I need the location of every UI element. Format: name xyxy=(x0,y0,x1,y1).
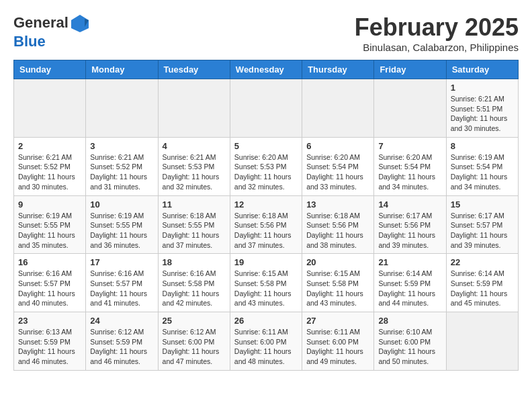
calendar-cell: 28Sunrise: 6:10 AM Sunset: 6:00 PM Dayli… xyxy=(374,312,446,371)
day-number: 21 xyxy=(378,257,441,267)
calendar-week-1: 1Sunrise: 6:21 AM Sunset: 5:51 PM Daylig… xyxy=(14,79,519,138)
day-info: Sunrise: 6:15 AM Sunset: 5:58 PM Dayligh… xyxy=(234,269,298,308)
calendar-cell xyxy=(302,79,374,138)
day-info: Sunrise: 6:16 AM Sunset: 5:58 PM Dayligh… xyxy=(163,269,226,308)
col-friday: Friday xyxy=(374,60,446,79)
col-sunday: Sunday xyxy=(14,60,86,79)
logo-text: General Blue xyxy=(13,13,90,50)
calendar-cell: 2Sunrise: 6:21 AM Sunset: 5:52 PM Daylig… xyxy=(14,137,86,195)
day-info: Sunrise: 6:18 AM Sunset: 5:55 PM Dayligh… xyxy=(163,211,226,250)
day-info: Sunrise: 6:11 AM Sunset: 6:00 PM Dayligh… xyxy=(234,327,298,367)
calendar-cell: 26Sunrise: 6:11 AM Sunset: 6:00 PM Dayli… xyxy=(230,312,302,371)
day-info: Sunrise: 6:18 AM Sunset: 5:56 PM Dayligh… xyxy=(306,211,369,250)
day-number: 22 xyxy=(451,257,514,267)
col-monday: Monday xyxy=(86,60,158,79)
calendar-cell: 21Sunrise: 6:14 AM Sunset: 5:59 PM Dayli… xyxy=(374,254,446,312)
day-info: Sunrise: 6:14 AM Sunset: 5:59 PM Dayligh… xyxy=(451,269,514,308)
calendar-week-3: 9Sunrise: 6:19 AM Sunset: 5:55 PM Daylig… xyxy=(14,195,519,254)
calendar-cell: 18Sunrise: 6:16 AM Sunset: 5:58 PM Dayli… xyxy=(158,254,230,312)
day-number: 23 xyxy=(18,316,81,326)
calendar-cell: 17Sunrise: 6:16 AM Sunset: 5:57 PM Dayli… xyxy=(86,254,158,312)
day-number: 19 xyxy=(234,257,298,267)
day-info: Sunrise: 6:20 AM Sunset: 5:54 PM Dayligh… xyxy=(378,152,441,192)
day-number: 12 xyxy=(234,199,298,210)
day-info: Sunrise: 6:13 AM Sunset: 5:59 PM Dayligh… xyxy=(18,327,81,367)
day-info: Sunrise: 6:11 AM Sunset: 6:00 PM Dayligh… xyxy=(306,327,369,367)
calendar-cell: 10Sunrise: 6:19 AM Sunset: 5:55 PM Dayli… xyxy=(86,195,158,254)
calendar-cell: 1Sunrise: 6:21 AM Sunset: 5:51 PM Daylig… xyxy=(446,79,518,138)
location: Binulasan, Calabarzon, Philippines xyxy=(355,42,519,53)
day-number: 27 xyxy=(306,316,369,326)
day-info: Sunrise: 6:12 AM Sunset: 6:00 PM Dayligh… xyxy=(163,327,226,367)
calendar-cell: 6Sunrise: 6:20 AM Sunset: 5:54 PM Daylig… xyxy=(302,137,374,195)
calendar-cell: 27Sunrise: 6:11 AM Sunset: 6:00 PM Dayli… xyxy=(302,312,374,371)
day-info: Sunrise: 6:19 AM Sunset: 5:55 PM Dayligh… xyxy=(90,211,153,250)
day-info: Sunrise: 6:18 AM Sunset: 5:56 PM Dayligh… xyxy=(234,211,298,250)
day-info: Sunrise: 6:21 AM Sunset: 5:51 PM Dayligh… xyxy=(451,94,514,134)
day-number: 4 xyxy=(163,141,226,151)
day-info: Sunrise: 6:21 AM Sunset: 5:52 PM Dayligh… xyxy=(18,152,81,192)
day-number: 14 xyxy=(378,199,441,210)
day-number: 2 xyxy=(18,141,81,151)
calendar-cell: 12Sunrise: 6:18 AM Sunset: 5:56 PM Dayli… xyxy=(230,195,302,254)
day-number: 7 xyxy=(378,141,441,151)
day-info: Sunrise: 6:19 AM Sunset: 5:54 PM Dayligh… xyxy=(451,152,514,192)
calendar-cell: 11Sunrise: 6:18 AM Sunset: 5:55 PM Dayli… xyxy=(158,195,230,254)
calendar-cell: 15Sunrise: 6:17 AM Sunset: 5:57 PM Dayli… xyxy=(446,195,518,254)
day-info: Sunrise: 6:14 AM Sunset: 5:59 PM Dayligh… xyxy=(378,269,441,308)
day-number: 18 xyxy=(163,257,226,267)
month-year: February 2025 xyxy=(355,13,519,42)
day-info: Sunrise: 6:19 AM Sunset: 5:55 PM Dayligh… xyxy=(18,211,81,250)
day-number: 20 xyxy=(306,257,369,267)
calendar-header-row: Sunday Monday Tuesday Wednesday Thursday… xyxy=(14,60,519,79)
col-wednesday: Wednesday xyxy=(230,60,302,79)
calendar-table: Sunday Monday Tuesday Wednesday Thursday… xyxy=(13,60,519,371)
calendar-cell: 9Sunrise: 6:19 AM Sunset: 5:55 PM Daylig… xyxy=(14,195,86,254)
header: General Blue February 2025 Binulasan, Ca… xyxy=(13,13,519,53)
day-number: 25 xyxy=(163,316,226,326)
logo: General Blue xyxy=(13,13,90,50)
calendar-cell: 5Sunrise: 6:20 AM Sunset: 5:53 PM Daylig… xyxy=(230,137,302,195)
title-area: February 2025 Binulasan, Calabarzon, Phi… xyxy=(355,13,519,53)
day-number: 24 xyxy=(90,316,153,326)
calendar-cell: 22Sunrise: 6:14 AM Sunset: 5:59 PM Dayli… xyxy=(446,254,518,312)
col-thursday: Thursday xyxy=(302,60,374,79)
day-number: 10 xyxy=(90,199,153,210)
calendar-week-2: 2Sunrise: 6:21 AM Sunset: 5:52 PM Daylig… xyxy=(14,137,519,195)
day-info: Sunrise: 6:17 AM Sunset: 5:56 PM Dayligh… xyxy=(378,211,441,250)
day-info: Sunrise: 6:20 AM Sunset: 5:53 PM Dayligh… xyxy=(234,152,298,192)
calendar-cell xyxy=(86,79,158,138)
day-number: 5 xyxy=(234,141,298,151)
calendar-cell xyxy=(230,79,302,138)
day-info: Sunrise: 6:16 AM Sunset: 5:57 PM Dayligh… xyxy=(90,269,153,308)
calendar-cell: 4Sunrise: 6:21 AM Sunset: 5:53 PM Daylig… xyxy=(158,137,230,195)
calendar-week-5: 23Sunrise: 6:13 AM Sunset: 5:59 PM Dayli… xyxy=(14,312,519,371)
day-info: Sunrise: 6:16 AM Sunset: 5:57 PM Dayligh… xyxy=(18,269,81,308)
day-info: Sunrise: 6:21 AM Sunset: 5:52 PM Dayligh… xyxy=(90,152,153,192)
calendar-week-4: 16Sunrise: 6:16 AM Sunset: 5:57 PM Dayli… xyxy=(14,254,519,312)
day-number: 1 xyxy=(451,83,514,93)
calendar-cell: 24Sunrise: 6:12 AM Sunset: 5:59 PM Dayli… xyxy=(86,312,158,371)
day-number: 16 xyxy=(18,257,81,267)
calendar-cell: 13Sunrise: 6:18 AM Sunset: 5:56 PM Dayli… xyxy=(302,195,374,254)
calendar-cell: 19Sunrise: 6:15 AM Sunset: 5:58 PM Dayli… xyxy=(230,254,302,312)
day-number: 3 xyxy=(90,141,153,151)
calendar-cell xyxy=(374,79,446,138)
day-number: 26 xyxy=(234,316,298,326)
calendar-cell: 23Sunrise: 6:13 AM Sunset: 5:59 PM Dayli… xyxy=(14,312,86,371)
day-number: 17 xyxy=(90,257,153,267)
day-number: 11 xyxy=(163,199,226,210)
calendar-cell: 14Sunrise: 6:17 AM Sunset: 5:56 PM Dayli… xyxy=(374,195,446,254)
day-number: 8 xyxy=(451,141,514,151)
day-info: Sunrise: 6:20 AM Sunset: 5:54 PM Dayligh… xyxy=(306,152,369,192)
day-info: Sunrise: 6:12 AM Sunset: 5:59 PM Dayligh… xyxy=(90,327,153,367)
day-number: 13 xyxy=(306,199,369,210)
day-info: Sunrise: 6:15 AM Sunset: 5:58 PM Dayligh… xyxy=(306,269,369,308)
day-number: 9 xyxy=(18,199,81,210)
calendar-cell: 7Sunrise: 6:20 AM Sunset: 5:54 PM Daylig… xyxy=(374,137,446,195)
calendar-cell xyxy=(14,79,86,138)
col-saturday: Saturday xyxy=(446,60,518,79)
calendar-cell: 16Sunrise: 6:16 AM Sunset: 5:57 PM Dayli… xyxy=(14,254,86,312)
day-info: Sunrise: 6:17 AM Sunset: 5:57 PM Dayligh… xyxy=(451,211,514,250)
day-info: Sunrise: 6:21 AM Sunset: 5:53 PM Dayligh… xyxy=(163,152,226,192)
